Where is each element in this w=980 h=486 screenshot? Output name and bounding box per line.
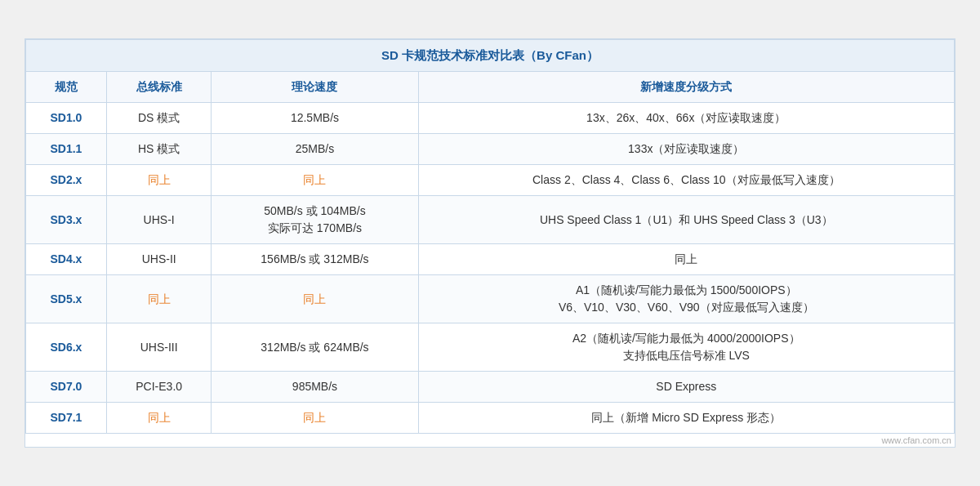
table-wrapper: SD 卡规范技术标准对比表（By CFan） 规范 总线标准 理论速度 新增速度… — [24, 38, 956, 448]
cell-speed: 同上 — [212, 275, 418, 323]
cell-speed: 312MB/s 或 624MB/s — [212, 323, 418, 372]
cell-speed: 12.5MB/s — [212, 103, 418, 134]
table-body: SD1.0DS 模式12.5MB/s13x、26x、40x、66x（对应读取速度… — [26, 103, 955, 434]
cell-spec: SD7.0 — [26, 372, 107, 403]
cell-classification: 同上 — [418, 244, 954, 275]
cell-spec: SD7.1 — [26, 403, 107, 434]
table-row: SD6.xUHS-III312MB/s 或 624MB/sA2（随机读/写能力最… — [26, 323, 955, 372]
table-row: SD1.0DS 模式12.5MB/s13x、26x、40x、66x（对应读取速度… — [26, 103, 955, 134]
cell-spec: SD3.x — [26, 196, 107, 244]
cell-spec: SD1.0 — [26, 103, 107, 134]
cell-bus: DS 模式 — [106, 103, 211, 134]
cell-classification: UHS Speed Class 1（U1）和 UHS Speed Class 3… — [418, 196, 954, 244]
cell-bus: UHS-II — [106, 244, 211, 275]
cell-speed: 156MB/s 或 312MB/s — [212, 244, 418, 275]
cell-speed: 50MB/s 或 104MB/s实际可达 170MB/s — [212, 196, 418, 244]
cell-classification: 同上（新增 Micro SD Express 形态） — [418, 403, 954, 434]
cell-spec: SD1.1 — [26, 134, 107, 165]
table-row: SD2.x同上同上Class 2、Class 4、Class 6、Class 1… — [26, 165, 955, 196]
cell-bus: HS 模式 — [106, 134, 211, 165]
table-title: SD 卡规范技术标准对比表（By CFan） — [26, 39, 955, 72]
title-row: SD 卡规范技术标准对比表（By CFan） — [26, 39, 955, 72]
cell-bus: 同上 — [106, 165, 211, 196]
cell-speed: 985MB/s — [212, 372, 418, 403]
header-speed: 理论速度 — [212, 72, 418, 103]
cell-classification: Class 2、Class 4、Class 6、Class 10（对应最低写入速… — [418, 165, 954, 196]
cell-classification: 133x（对应读取速度） — [418, 134, 954, 165]
cell-bus: UHS-I — [106, 196, 211, 244]
comparison-table: SD 卡规范技术标准对比表（By CFan） 规范 总线标准 理论速度 新增速度… — [25, 39, 955, 435]
table-row: SD7.1同上同上同上（新增 Micro SD Express 形态） — [26, 403, 955, 434]
cell-speed: 同上 — [212, 403, 418, 434]
table-row: SD7.0PCI-E3.0985MB/sSD Express — [26, 372, 955, 403]
cell-classification: A1（随机读/写能力最低为 1500/500IOPS）V6、V10、V30、V6… — [418, 275, 954, 323]
table-row: SD4.xUHS-II156MB/s 或 312MB/s同上 — [26, 244, 955, 275]
cell-speed: 同上 — [212, 165, 418, 196]
header-row: 规范 总线标准 理论速度 新增速度分级方式 — [26, 72, 955, 103]
cell-bus: 同上 — [106, 275, 211, 323]
cell-bus: UHS-III — [106, 323, 211, 372]
header-classification: 新增速度分级方式 — [418, 72, 954, 103]
header-spec: 规范 — [26, 72, 107, 103]
cell-classification: 13x、26x、40x、66x（对应读取速度） — [418, 103, 954, 134]
table-row: SD1.1HS 模式25MB/s133x（对应读取速度） — [26, 134, 955, 165]
table-row: SD3.xUHS-I50MB/s 或 104MB/s实际可达 170MB/sUH… — [26, 196, 955, 244]
cell-bus: 同上 — [106, 403, 211, 434]
cell-classification: A2（随机读/写能力最低为 4000/2000IOPS）支持低电压信号标准 LV… — [418, 323, 954, 372]
cell-spec: SD4.x — [26, 244, 107, 275]
cell-spec: SD2.x — [26, 165, 107, 196]
watermark: www.cfan.com.cn — [25, 434, 955, 447]
cell-spec: SD6.x — [26, 323, 107, 372]
table-row: SD5.x同上同上A1（随机读/写能力最低为 1500/500IOPS）V6、V… — [26, 275, 955, 323]
cell-speed: 25MB/s — [212, 134, 418, 165]
header-bus: 总线标准 — [106, 72, 211, 103]
cell-spec: SD5.x — [26, 275, 107, 323]
cell-classification: SD Express — [418, 372, 954, 403]
cell-bus: PCI-E3.0 — [106, 372, 211, 403]
